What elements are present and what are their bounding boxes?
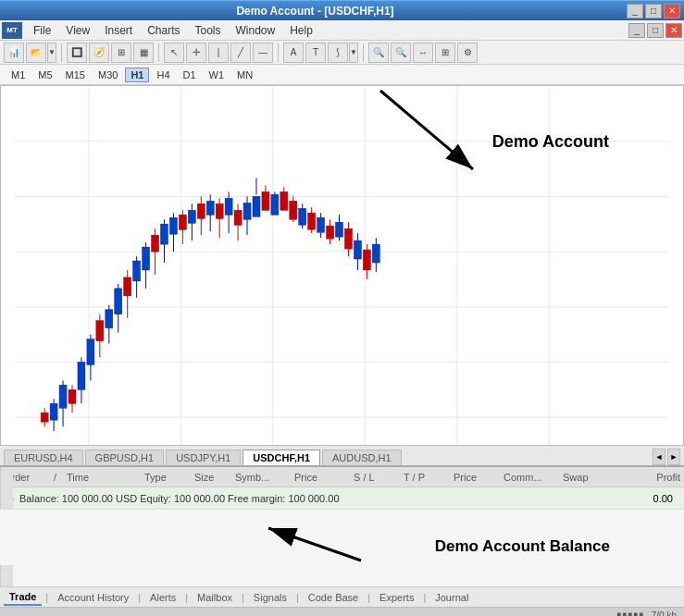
sep-1	[61, 43, 62, 62]
term-tab-signals[interactable]: Signals	[248, 590, 292, 605]
trendline-btn[interactable]: ╱	[230, 43, 251, 63]
tf-m30[interactable]: M30	[93, 68, 123, 82]
term-tab-alerts[interactable]: Alerts	[144, 590, 181, 605]
status-icon: ▮▮▮▮▮	[616, 610, 644, 616]
term-tab-mailbox[interactable]: Mailbox	[192, 590, 238, 605]
close-button[interactable]: ✕	[664, 4, 680, 18]
tf-mn[interactable]: MN	[231, 68, 258, 82]
new-chart-btn[interactable]: 📊	[4, 43, 24, 63]
svg-rect-30	[115, 289, 122, 314]
svg-rect-38	[152, 235, 159, 252]
menu-window[interactable]: Window	[229, 22, 283, 39]
demo-balance-label: Demo Account Balance	[435, 537, 610, 556]
term-tab-trade[interactable]: Trade	[4, 589, 42, 606]
status-bar: ▮▮▮▮▮ 7/0 kb	[0, 607, 684, 616]
terminal-btn[interactable]: ⊞	[111, 43, 131, 63]
zoom-out-btn[interactable]: 🔍	[391, 43, 411, 63]
tf-w1[interactable]: W1	[204, 68, 230, 82]
app-logo: MT	[2, 22, 22, 39]
menu-file[interactable]: File	[26, 22, 58, 39]
col-sl: S / L	[354, 472, 400, 483]
sep-2	[158, 43, 159, 62]
tf-d1[interactable]: D1	[178, 68, 202, 82]
svg-rect-80	[344, 228, 352, 249]
inner-minimize-btn[interactable]: _	[628, 23, 645, 38]
properties-btn[interactable]: ⚙	[457, 43, 478, 63]
term-tab-journal[interactable]: Journal	[429, 590, 474, 605]
tf-m15[interactable]: M15	[60, 68, 91, 82]
balance-info: Balance: 100 000.00 USD Equity: 100 000.…	[19, 493, 653, 504]
svg-rect-44	[179, 215, 186, 229]
text-btn[interactable]: A	[283, 43, 304, 63]
chart-tab-usdjpy-h1[interactable]: USDJPY,H1	[166, 450, 241, 465]
chart-tab-usdchf-h1[interactable]: USDCHF,H1	[243, 450, 320, 465]
menu-help[interactable]: Help	[282, 22, 320, 39]
svg-rect-22	[78, 362, 85, 389]
svg-rect-72	[308, 213, 316, 229]
svg-rect-50	[206, 201, 214, 215]
toolbar-combo-2: ⟆ ▼	[328, 43, 358, 63]
svg-rect-32	[124, 277, 131, 296]
chart-area[interactable]: Demo Account	[0, 85, 684, 446]
menu-insert[interactable]: Insert	[97, 22, 140, 39]
title-bar: Demo Account - [USDCHF,H1] _ □ ✕	[0, 0, 684, 20]
col-swap: Swap	[563, 472, 609, 483]
term-tab-experts[interactable]: Experts	[374, 590, 419, 605]
svg-rect-24	[87, 339, 94, 365]
chart-tab-prev[interactable]: ◄	[653, 449, 665, 465]
menu-tools[interactable]: Tools	[188, 22, 229, 39]
text2-btn[interactable]: T	[305, 43, 326, 63]
minimize-button[interactable]: _	[627, 4, 643, 18]
autoscroll-btn[interactable]: ⊞	[435, 43, 455, 63]
term-tab-codebase[interactable]: Code Base	[303, 590, 364, 605]
terminal-empty-area: Demo Account Balance	[0, 510, 684, 565]
chart-tab-audusd-h1[interactable]: AUDUSD,H1	[322, 450, 402, 465]
chart-tab-gbpusd-h1[interactable]: GBPUSD,H1	[85, 450, 165, 465]
svg-rect-48	[197, 203, 205, 218]
tf-h1[interactable]: H1	[125, 68, 149, 82]
menu-view[interactable]: View	[58, 22, 97, 39]
fib-dropdown[interactable]: ▼	[349, 43, 358, 63]
inner-close-btn[interactable]: ✕	[665, 23, 682, 38]
svg-rect-42	[169, 217, 177, 234]
tf-h4[interactable]: H4	[151, 68, 175, 82]
open-dropdown[interactable]: ▼	[47, 43, 56, 63]
term-tab-account-history[interactable]: Account History	[52, 590, 134, 605]
svg-rect-76	[327, 226, 334, 239]
sep-t4: |	[242, 592, 244, 603]
menu-charts[interactable]: Charts	[140, 22, 187, 39]
chart-tab-eurusd-h4[interactable]: EURUSD,H4	[4, 450, 83, 465]
col-price2: Price	[454, 472, 500, 483]
crosshair-btn[interactable]: ✛	[186, 43, 206, 63]
profiles-btn[interactable]: 🔲	[67, 43, 87, 63]
maximize-button[interactable]: □	[645, 4, 662, 18]
col-size: Size	[194, 472, 231, 483]
fib-btn[interactable]: ⟆	[328, 43, 348, 63]
col-tp: T / P	[404, 472, 450, 483]
strategy-btn[interactable]: ▦	[133, 43, 154, 63]
tf-m1[interactable]: M1	[6, 68, 31, 82]
col-profit: Profit	[656, 472, 680, 483]
window-controls: _ □ ✕	[627, 4, 680, 18]
scroll-btn[interactable]: ↔	[413, 43, 433, 63]
svg-rect-40	[161, 224, 168, 244]
chart-tabs: EURUSD,H4 GBPUSD,H1 USDJPY,H1 USDCHF,H1 …	[0, 446, 684, 466]
svg-line-89	[268, 528, 361, 561]
zoom-in-btn[interactable]: 🔍	[368, 43, 389, 63]
tf-m5[interactable]: M5	[32, 68, 57, 82]
open-btn[interactable]: 📂	[26, 43, 46, 63]
demo-account-label: Demo Account	[492, 132, 609, 152]
navigator-btn[interactable]: 🧭	[89, 43, 109, 63]
col-price: Price	[294, 472, 350, 483]
inner-maximize-btn[interactable]: □	[647, 23, 664, 38]
cursor-btn[interactable]: ↖	[164, 43, 184, 63]
hline-btn[interactable]: —	[253, 43, 273, 63]
svg-rect-68	[290, 201, 297, 219]
window-title: Demo Account - [USDCHF,H1]	[4, 5, 627, 18]
chart-tabs-nav: ◄ ►	[653, 449, 680, 465]
svg-rect-46	[188, 210, 195, 223]
col-slash: /	[54, 472, 63, 483]
chart-tab-next[interactable]: ►	[667, 449, 680, 465]
line-btn[interactable]: |	[208, 43, 229, 63]
svg-rect-66	[280, 191, 288, 210]
